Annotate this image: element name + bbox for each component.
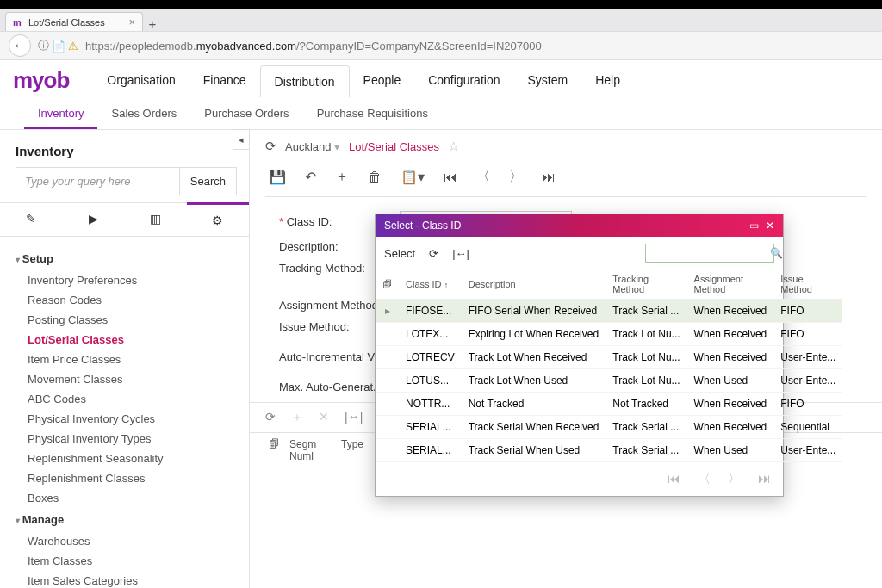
tree-item[interactable]: Movement Classes bbox=[16, 369, 237, 389]
breadcrumb: ⟳ Auckland ▾ Lot/Serial Classes ☆ bbox=[265, 139, 866, 154]
popup-col-tracking[interactable]: Tracking Method bbox=[606, 269, 686, 300]
tree-section-setup[interactable]: Setup bbox=[16, 252, 237, 265]
nav-back-button[interactable]: ← bbox=[9, 34, 31, 57]
tree-item[interactable]: Reason Codes bbox=[16, 290, 237, 310]
popup-grid: 🗐 Class ID ↑ Description Tracking Method… bbox=[376, 269, 842, 462]
site-identity-icons[interactable]: ⓘ 📄 ⚠ bbox=[38, 38, 78, 53]
save-icon[interactable]: 💾 bbox=[269, 169, 286, 185]
tree-item[interactable]: Item Classes bbox=[16, 551, 237, 571]
popup-close-icon[interactable]: ✕ bbox=[766, 220, 774, 232]
add-icon[interactable]: ＋ bbox=[335, 168, 349, 186]
select-class-id-popup: Select - Class ID ▭ ✕ Select ⟳ |↔| 🔍 🗐 C… bbox=[375, 214, 784, 497]
popup-col-description[interactable]: Description bbox=[462, 269, 606, 300]
popup-titlebar[interactable]: Select - Class ID ▭ ✕ bbox=[376, 214, 783, 237]
tree-item[interactable]: Physical Inventory Types bbox=[16, 429, 237, 449]
pager-next-icon[interactable]: 〉 bbox=[728, 471, 741, 487]
sub-nav: InventorySales OrdersPurchase OrdersPurc… bbox=[0, 100, 882, 130]
popup-row[interactable]: NOTTR...Not TrackedNot TrackedWhen Recei… bbox=[376, 393, 842, 416]
info-icon: ⓘ bbox=[38, 38, 49, 53]
popup-maximize-icon[interactable]: ▭ bbox=[749, 220, 759, 232]
popup-row[interactable]: LOTRECVTrack Lot When ReceivedTrack Lot … bbox=[376, 346, 842, 369]
top-nav-finance[interactable]: Finance bbox=[189, 65, 260, 96]
popup-row[interactable]: SERIAL...Track Serial When ReceivedTrack… bbox=[376, 416, 842, 439]
grid-refresh-icon[interactable]: ⟳ bbox=[265, 410, 276, 425]
warning-icon: ⚠ bbox=[68, 40, 78, 53]
popup-row-expand-header[interactable]: 🗐 bbox=[376, 269, 399, 300]
pager-prev-icon[interactable]: 〈 bbox=[698, 471, 711, 487]
col-segm[interactable]: Segm Numl bbox=[289, 438, 341, 462]
app-header: myob OrganisationFinanceDistributionPeop… bbox=[0, 60, 882, 100]
grid-attach-icon[interactable]: 🗐 bbox=[269, 438, 289, 462]
popup-fit-icon[interactable]: |↔| bbox=[452, 247, 469, 260]
undo-icon[interactable]: ↶ bbox=[305, 169, 316, 185]
delete-icon[interactable]: 🗑 bbox=[368, 170, 382, 185]
top-nav-system[interactable]: System bbox=[513, 65, 581, 96]
tree-item[interactable]: Posting Classes bbox=[16, 310, 237, 330]
subnav-sales-orders[interactable]: Sales Orders bbox=[97, 100, 190, 129]
top-nav-organisation[interactable]: Organisation bbox=[93, 65, 189, 96]
edit-tab-icon[interactable]: ✎ bbox=[0, 203, 62, 236]
clipboard-menu-icon[interactable]: 📋▾ bbox=[401, 169, 425, 185]
popup-search-icon[interactable]: 🔍 bbox=[770, 247, 783, 259]
record-toolbar: 💾 ↶ ＋ 🗑 📋▾ ⏮ 〈 〉 ⏭ bbox=[265, 164, 866, 197]
first-record-icon[interactable]: ⏮ bbox=[444, 170, 457, 185]
grid-delete-icon[interactable]: ✕ bbox=[319, 410, 329, 425]
logo: myob bbox=[13, 67, 69, 94]
popup-row[interactable]: LOTEX...Expiring Lot When ReceivedTrack … bbox=[376, 323, 842, 346]
subnav-purchase-orders[interactable]: Purchase Orders bbox=[190, 100, 302, 129]
popup-pager: ⏮ 〈 〉 ⏭ bbox=[376, 462, 783, 496]
tree-item[interactable]: Lot/Serial Classes bbox=[16, 330, 237, 350]
sidebar-collapse-button[interactable]: ◂ bbox=[233, 129, 250, 150]
popup-row[interactable]: ▸FIFOSE...FIFO Serial When ReceivedTrack… bbox=[376, 300, 842, 323]
popup-col-classid[interactable]: Class ID ↑ bbox=[399, 269, 462, 300]
sidebar-search-button[interactable]: Search bbox=[180, 167, 237, 195]
tree-item[interactable]: Warehouses bbox=[16, 531, 237, 551]
popup-row[interactable]: LOTUS...Track Lot When UsedTrack Lot Nu.… bbox=[376, 369, 842, 393]
col-type[interactable]: Type bbox=[341, 438, 363, 462]
url-text[interactable]: https://peopledemodb.myobadvanced.com/?C… bbox=[85, 40, 542, 53]
tree-section-manage[interactable]: Manage bbox=[16, 513, 237, 526]
favorite-icon[interactable]: ☆ bbox=[448, 139, 459, 154]
popup-row[interactable]: SERIAL...Track Serial When UsedTrack Ser… bbox=[376, 439, 842, 462]
tree-item[interactable]: Item Sales Categories bbox=[16, 571, 237, 588]
favicon: m bbox=[13, 17, 23, 28]
popup-col-issue[interactable]: Issue Method bbox=[773, 269, 842, 300]
new-tab-icon[interactable]: + bbox=[143, 16, 162, 31]
sidebar-search-input[interactable] bbox=[16, 167, 180, 195]
subnav-purchase-requisitions[interactable]: Purchase Requisitions bbox=[303, 100, 442, 129]
sidebar: ◂ Inventory Search ✎ ▶ ▥ ⚙ SetupInventor… bbox=[0, 130, 250, 588]
grid-fit-icon[interactable]: |↔| bbox=[345, 410, 363, 425]
refresh-icon[interactable]: ⟳ bbox=[265, 139, 276, 154]
play-tab-icon[interactable]: ▶ bbox=[62, 203, 124, 236]
popup-select-button[interactable]: Select bbox=[384, 247, 415, 260]
popup-search-box[interactable]: 🔍 bbox=[645, 244, 774, 263]
top-nav-configuration[interactable]: Configuration bbox=[414, 65, 513, 96]
company-selector[interactable]: Auckland ▾ bbox=[285, 140, 340, 153]
prev-record-icon[interactable]: 〈 bbox=[476, 168, 490, 186]
browser-tab[interactable]: m Lot/Serial Classes × bbox=[5, 12, 143, 31]
settings-tab-icon[interactable]: ⚙ bbox=[187, 202, 249, 236]
subnav-inventory[interactable]: Inventory bbox=[24, 100, 97, 129]
tree-item[interactable]: ABC Codes bbox=[16, 389, 237, 409]
last-record-icon[interactable]: ⏭ bbox=[542, 170, 556, 185]
top-nav: OrganisationFinanceDistributionPeopleCon… bbox=[93, 65, 634, 96]
top-nav-people[interactable]: People bbox=[350, 65, 415, 96]
top-nav-distribution[interactable]: Distribution bbox=[260, 65, 350, 97]
tab-close-icon[interactable]: × bbox=[128, 15, 135, 28]
grid-add-icon[interactable]: ＋ bbox=[291, 410, 303, 425]
top-nav-help[interactable]: Help bbox=[581, 65, 634, 96]
popup-title-text: Select - Class ID bbox=[384, 220, 461, 232]
tree-item[interactable]: Boxes bbox=[16, 488, 237, 508]
popup-col-assignment[interactable]: Assignment Method bbox=[687, 269, 774, 300]
tree-item[interactable]: Replenishment Classes bbox=[16, 468, 237, 488]
popup-refresh-icon[interactable]: ⟳ bbox=[429, 247, 438, 260]
popup-search-input[interactable] bbox=[651, 246, 770, 260]
tree-item[interactable]: Item Price Classes bbox=[16, 350, 237, 369]
tree-item[interactable]: Physical Inventory Cycles bbox=[16, 409, 237, 429]
tree-item[interactable]: Inventory Preferences bbox=[16, 270, 237, 290]
next-record-icon[interactable]: 〉 bbox=[509, 168, 523, 186]
chart-tab-icon[interactable]: ▥ bbox=[125, 203, 187, 236]
tree-item[interactable]: Replenishment Seasonality bbox=[16, 449, 237, 468]
pager-first-icon[interactable]: ⏮ bbox=[668, 471, 680, 487]
pager-last-icon[interactable]: ⏭ bbox=[758, 471, 771, 487]
